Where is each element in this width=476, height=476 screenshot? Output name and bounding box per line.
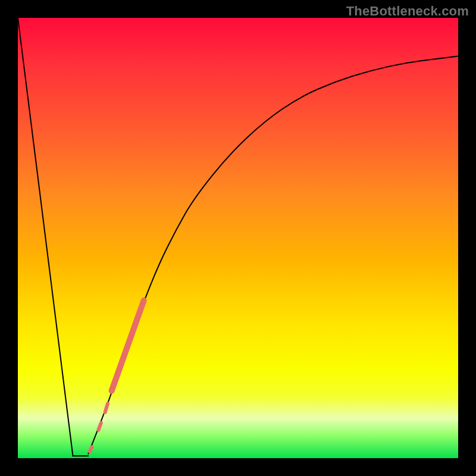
plot-area: [18, 18, 458, 458]
curve-right-arm: [88, 56, 458, 453]
highlight-segment: [105, 403, 108, 412]
curve-left-arm: [18, 18, 73, 456]
highlight-segment: [90, 447, 92, 452]
highlight-group: [90, 300, 144, 452]
chart-svg: [18, 18, 458, 458]
highlight-segment: [112, 300, 144, 391]
watermark-text: TheBottleneck.com: [346, 4, 469, 19]
chart-frame: TheBottleneck.com: [0, 0, 476, 476]
highlight-segment: [98, 423, 101, 430]
